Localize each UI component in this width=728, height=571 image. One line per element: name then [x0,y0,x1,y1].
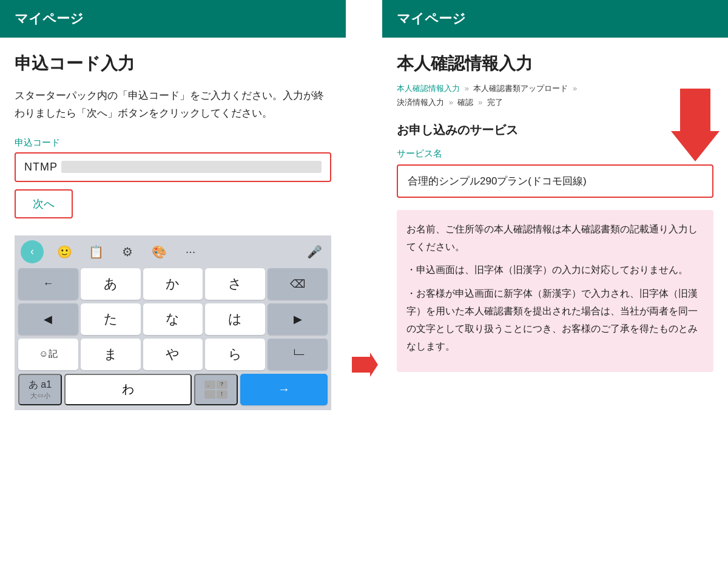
svg-marker-0 [352,353,378,377]
kb-emoji-kigo[interactable]: ☺記 [18,339,78,370]
keyboard-row-2: ◀ た な は ▶ [17,303,329,335]
breadcrumb-step5: 完了 [487,98,503,107]
right-header-title: マイページ [397,11,466,26]
keyboard-dots-icon[interactable]: ··· [180,241,201,263]
left-content: 申込コード入力 スターターパック内の「申込コード」をご入力ください。入力が終わり… [0,38,346,571]
next-button[interactable]: 次へ [16,191,72,217]
left-page-title: 申込コード入力 [15,52,331,75]
service-name-box: 合理的シンプル290プラン(ドコモ回線) [397,164,713,198]
kb-sa[interactable]: さ [205,268,265,300]
kb-ma[interactable]: ま [81,339,141,370]
down-arrow-decoration [671,89,720,170]
kb-ka[interactable]: か [143,268,203,300]
keyboard-chevron-left[interactable]: ‹ [21,240,44,263]
keyboard-settings-icon[interactable]: ⚙ [116,241,138,263]
keyboard-top-left: ‹ 🙂 📋 ⚙ 🎨 ··· [21,240,201,263]
keyboard-bottom-row: あ a1 大⇔小 わ 、 ？ ！ → [17,374,329,405]
right-arrow-icon [349,350,379,380]
keyboard-mic-icon[interactable]: 🎤 [303,241,325,263]
kb-hiragana-switch[interactable]: あ a1 大⇔小 [18,374,62,405]
kb-ta[interactable]: た [81,303,141,335]
keyboard-top-bar: ‹ 🙂 📋 ⚙ 🎨 ··· 🎤 [17,240,329,263]
dot-1: 、 [204,380,215,389]
section-title: お申し込みのサービス [397,122,713,138]
dot-2: ？ [217,380,228,389]
breadcrumb: 本人確認情報入力 » 本人確認書類アップロード » 決済情報入力 » 確認 » … [397,81,713,110]
right-page-title: 本人確認情報入力 [397,52,713,75]
kb-space-symbol[interactable]: └─ [268,339,328,370]
kb-left-arrow[interactable]: ◀ [18,303,78,335]
kb-wa[interactable]: わ [64,374,192,405]
breadcrumb-sep4: » [478,98,482,107]
between-arrow [346,158,382,571]
breadcrumb-sep2: » [573,84,577,93]
keyboard-row-1: ← あ か さ ⌫ [17,268,329,300]
kb-ra[interactable]: ら [205,339,265,370]
kb-ya[interactable]: や [143,339,203,370]
right-header: マイページ [382,0,728,38]
left-panel: マイページ 申込コード入力 スターターパック内の「申込コード」をご入力ください。… [0,0,346,571]
kb-enter[interactable]: → [240,374,328,405]
info-text-3: ・お客様が申込画面に新字体（新漢字）で入力され、旧字体（旧漢字）を用いた本人確認… [406,285,704,355]
breadcrumb-sep3: » [449,98,453,107]
service-name: 合理的シンプル290プラン(ドコモ回線) [408,175,587,187]
code-input-value: NTMP [24,161,58,174]
right-header-area: 本人確認情報入力 [397,52,713,75]
breadcrumb-step1[interactable]: 本人確認情報入力 [397,84,460,93]
kb-ha[interactable]: は [205,303,265,335]
info-text-1: お名前、ご住所等の本人確認情報は本人確認書類の記載通り入力してください。 [406,221,704,256]
right-content: 本人確認情報入力 本人確認情報入力 » 本人確認書類アップロード » 決済情報入… [382,38,728,571]
breadcrumb-step4: 確認 [457,98,473,107]
code-input-placeholder-bar [61,161,322,173]
keyboard-emoji-icon[interactable]: 🙂 [53,241,75,263]
left-header: マイページ [0,0,346,38]
kb-delete[interactable]: ⌫ [268,268,328,300]
breadcrumb-step3: 決済情報入力 [397,98,444,107]
left-description: スターターパック内の「申込コード」をご入力ください。入力が終わりましたら「次へ」… [15,87,331,123]
field-label: 申込コード [15,137,331,149]
keyboard-palette-icon[interactable]: 🎨 [148,241,170,263]
keyboard-row-3: ☺記 ま や ら └─ [17,339,329,370]
kb-na[interactable]: な [143,303,203,335]
code-input-box[interactable]: NTMP [15,152,331,182]
kb-a[interactable]: あ [81,268,141,300]
left-header-title: マイページ [15,11,84,26]
kb-backspace[interactable]: ← [18,268,78,300]
keyboard: ‹ 🙂 📋 ⚙ 🎨 ··· 🎤 ← あ か さ ⌫ ◀ た [15,235,331,410]
breadcrumb-sep1: » [465,84,469,93]
info-box: お名前、ご住所等の本人確認情報は本人確認書類の記載通り入力してください。 ・申込… [397,210,713,373]
down-arrow-icon [671,89,720,161]
info-text-2: ・申込画面は、旧字体（旧漢字）の入力に対応しておりません。 [406,262,704,279]
kb-punct-grid[interactable]: 、 ？ ！ [194,374,238,405]
kb-right-arrow[interactable]: ▶ [268,303,328,335]
next-btn-wrapper: 次へ [15,189,73,218]
right-panel: マイページ 本人確認情報入力 本人確認情報入力 » 本人確認書類アップロード »… [382,0,728,571]
dot-4: ！ [217,390,228,399]
service-label: サービス名 [397,148,713,160]
dot-3 [204,390,215,399]
breadcrumb-step2: 本人確認書類アップロード [473,84,568,93]
keyboard-clipboard-icon[interactable]: 📋 [85,241,107,263]
svg-marker-1 [671,89,720,161]
